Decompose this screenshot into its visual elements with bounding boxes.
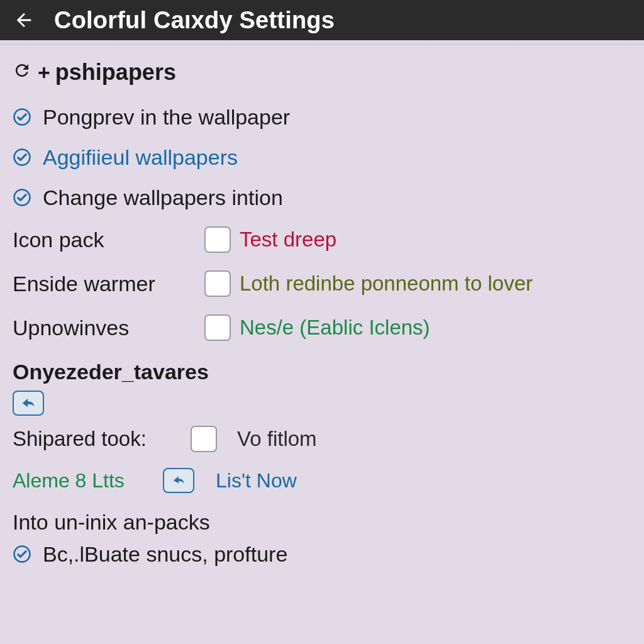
label-shipared: Shipared took:	[13, 427, 179, 451]
check-circle-icon	[13, 108, 31, 126]
row-icon-pack: Icon pack Test dreep	[13, 218, 631, 262]
option-label: Pongprev in the wallpaper	[43, 105, 290, 130]
option-label: Bc,.lBuate snucs, profture	[43, 542, 287, 567]
section-wallpapers-header: + pshipapers	[13, 59, 631, 86]
play-tag-icon	[172, 474, 186, 487]
check-circle-icon	[13, 188, 31, 207]
check-circle-icon	[13, 545, 31, 564]
row-upnowinves: Upnowinves Nes/e (Eablic Iclens)	[13, 306, 631, 350]
status-aleme: Aleme 8 Ltts	[13, 469, 148, 492]
row-shipared: Shipared took: Vo fitlom	[13, 418, 631, 460]
option-label: Aggifiieul wallpapers	[43, 145, 238, 170]
plus-icon[interactable]: +	[38, 60, 50, 85]
desc-icon-pack: Test dreep	[240, 228, 336, 252]
section-onyezeder-title: Onyezeder_tavares	[13, 360, 631, 384]
row-aleme: Aleme 8 Ltts Lis't Now	[13, 460, 631, 501]
label-icon-pack: Icon pack	[13, 228, 204, 252]
tag-pill-button[interactable]	[13, 391, 44, 416]
tag-icon	[21, 396, 35, 410]
checkbox-enside-warmer[interactable]	[204, 270, 231, 297]
desc-shipared: Vo fitlom	[237, 427, 317, 451]
page-title: Colorful Caıxdy Settings	[54, 7, 335, 34]
option-aggifiieul[interactable]: Aggifiieul wallpapers	[13, 137, 631, 177]
list-now-label[interactable]: Lis't Now	[216, 469, 297, 492]
divider	[0, 40, 644, 45]
option-change-intion[interactable]: Change wallpapers intion	[13, 177, 631, 218]
option-label: Change wallpapers intion	[43, 186, 283, 210]
option-bc-buate[interactable]: Bc,.lBuate snucs, profture	[13, 538, 631, 572]
checkbox-upnowinves[interactable]	[204, 314, 231, 341]
row-enside-warmer: Enside warmer Loth redinbe ponneonm to l…	[13, 262, 631, 306]
list-now-button[interactable]	[163, 468, 194, 493]
section-wallpapers-title: pshipapers	[55, 59, 176, 86]
back-button[interactable]	[11, 8, 36, 33]
app-bar: Colorful Caıxdy Settings	[0, 0, 644, 40]
refresh-icon[interactable]	[13, 59, 31, 86]
desc-enside-warmer: Loth redinbe ponneonm to lover	[240, 272, 533, 296]
checkbox-shipared[interactable]	[191, 426, 217, 452]
desc-upnowinves: Nes/e (Eablic Iclens)	[240, 316, 430, 340]
arrow-left-icon	[13, 9, 35, 31]
option-pongprev[interactable]: Pongprev in the wallpaper	[13, 97, 631, 137]
settings-content: + pshipapers Pongprev in the wallpaper A…	[0, 45, 644, 572]
label-enside-warmer: Enside warmer	[13, 272, 204, 296]
section-uninix-title: Into un-inix an-packs	[13, 510, 631, 535]
check-circle-icon	[13, 148, 31, 167]
checkbox-icon-pack[interactable]	[204, 226, 231, 253]
label-upnowinves: Upnowinves	[13, 316, 204, 340]
